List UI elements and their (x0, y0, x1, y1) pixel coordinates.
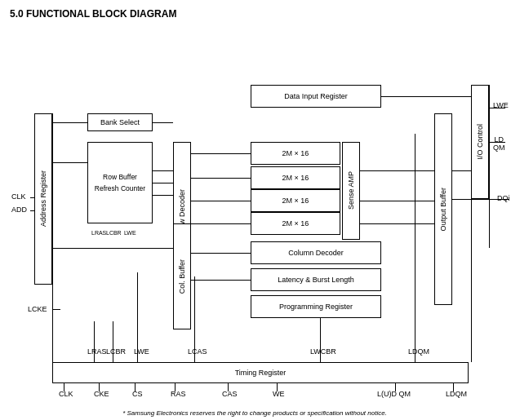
address-register-box: Address Register (34, 113, 52, 285)
ldqm-bot-label: LDQM (446, 390, 467, 398)
senseamp-outbuf2 (360, 201, 434, 201)
rowbuf-rowdec-line2 (153, 183, 173, 183)
ludqm-label: L(U)D QM (377, 390, 411, 398)
latency-box: Latency & Burst Length (251, 268, 381, 291)
ras-v (175, 383, 176, 391)
cell4-box: 2M × 16 (251, 212, 340, 235)
cs-v (135, 383, 136, 391)
ludqm-v (395, 383, 396, 391)
cke-label: CKE (94, 390, 109, 398)
cas-v (228, 383, 229, 391)
cas-label: CAS (222, 390, 238, 398)
addr-colbuf (52, 248, 173, 249)
addr-row-line (52, 162, 87, 163)
lwe-label: LWE (134, 347, 149, 356)
add-left-label: ADD (11, 206, 27, 214)
lcas-label: LCAS (188, 347, 207, 356)
footnote: * Samsung Electronics reserves the right… (10, 409, 500, 417)
ldqm-mid-label: LD QM (493, 135, 505, 152)
we-label: WE (273, 390, 285, 398)
clk-line (30, 197, 34, 198)
lras-side-label: LRAS (91, 230, 106, 236)
output-buffer-box: Output Buffer (434, 113, 452, 305)
outbuf-ioctl (452, 170, 471, 171)
rowdec-cell4 (191, 223, 251, 224)
lcbr-label: LCBR (106, 347, 126, 356)
clk-bot-v (64, 383, 64, 391)
rowdec-cell3 (191, 201, 251, 201)
lwe-v (137, 272, 138, 362)
lcbr-v (113, 321, 113, 362)
programming-box: Programming Register (251, 295, 381, 318)
senseamp-outbuf (360, 170, 434, 171)
col-buffer-box: Col. Buffer (173, 223, 191, 329)
data-input-box: Data Input Register (251, 85, 381, 108)
page: 5.0 FUNCTIONAL BLOCK DIAGRAM Address Reg… (0, 0, 511, 420)
column-decoder-box: Column Decoder (251, 241, 381, 264)
sense-amp-box: Sense AMP (342, 142, 360, 240)
rowbuf-rowdec-line (153, 170, 173, 171)
timing-register-box: Timing Register (52, 362, 469, 383)
datainput-ioctl (381, 96, 471, 97)
rowbuf-rowdec-line3 (153, 195, 173, 196)
row-buffer-box: Row Buffer Refresh Counter (87, 142, 153, 223)
colbuf-coldec (191, 253, 251, 254)
lwe-top-label: LWE (493, 101, 509, 109)
senseamp-outbuf3 (360, 223, 434, 224)
lwe-side-label: LWE (124, 230, 136, 236)
ldqm-bot-v (453, 383, 454, 391)
cell1-box: 2M × 16 (251, 142, 340, 165)
clk-bot-label: CLK (59, 390, 73, 398)
ldqm-top-label: LDQM (408, 347, 429, 356)
bank-select-box: Bank Select (87, 113, 153, 131)
page-title: 5.0 FUNCTIONAL BLOCK DIAGRAM (10, 8, 501, 20)
lwcbr-v (320, 318, 321, 362)
lwcbr-label: LWCBR (310, 347, 336, 356)
cke-v (99, 383, 100, 391)
diagram: Address Register Bank Select Row Buffer … (10, 28, 501, 403)
rowdec-cell2 (191, 178, 251, 179)
cell3-box: 2M × 16 (251, 189, 340, 212)
addr-bank-line (52, 122, 87, 123)
rowdec-cell1 (191, 153, 251, 154)
bank-rowdec-line (153, 122, 173, 123)
io-control-box: I/O Control (471, 85, 489, 199)
lcke-h (52, 309, 60, 310)
lras-v (94, 321, 95, 362)
dqi-label: DQi (497, 194, 510, 202)
ras-label: RAS (171, 390, 186, 398)
lcas-v (194, 276, 195, 362)
colbuf-latency (191, 280, 251, 281)
clk-left-label: CLK (11, 192, 26, 201)
cs-label: CS (132, 390, 143, 398)
add-line (30, 210, 34, 211)
lras-label: LRAS (87, 347, 107, 356)
ioctl-v (489, 85, 490, 248)
right-main-v (471, 85, 472, 362)
ldqm-top-v (415, 134, 415, 362)
cell2-box: 2M × 16 (251, 166, 340, 189)
lcbr-side-label: LCBR (106, 230, 122, 236)
left-main-v (52, 113, 53, 362)
lcke-label: LCKE (28, 305, 47, 313)
we-v (277, 383, 278, 391)
